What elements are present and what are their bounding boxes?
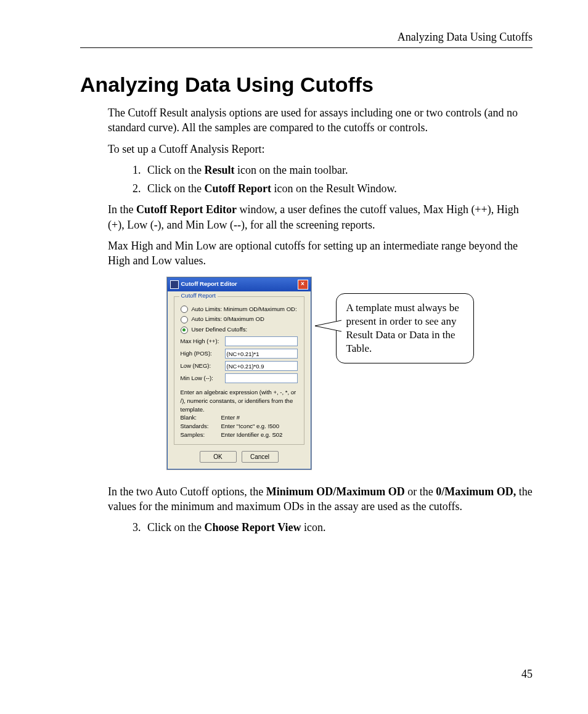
hint-key: Blank: [181,413,221,422]
auto-paragraph: In the two Auto Cutoff options, the Mini… [108,484,533,514]
label-min-low: Min Low (--): [181,375,221,383]
hint-top: Enter an algebraic expression (with +, -… [181,388,298,413]
page-title: Analyzing Data Using Cutoffs [80,73,533,97]
cancel-button[interactable]: Cancel [242,451,279,463]
step-text: Click on the [147,521,205,533]
input-high[interactable] [225,349,298,359]
radio-auto-min-max[interactable]: Auto Limits: Minimum OD/Maximum OD: [181,306,298,314]
cutoff-report-editor-dialog: Cutoff Report Editor × Cutoff Report Aut… [167,277,311,469]
radio-label: User Defined Cutoffs: [192,326,248,334]
hint-val: Enter # [221,413,240,422]
text: In the [108,203,136,216]
radio-label: Auto Limits: Minimum OD/Maximum OD: [192,306,297,314]
step-bold: Choose Report View [205,521,301,533]
radio-auto-zero-max[interactable]: Auto Limits: 0/Maximum OD [181,315,298,323]
dialog-titlebar[interactable]: Cutoff Report Editor × [168,278,311,291]
label-high: High (POS): [181,350,221,358]
step-2: Click on the Cutoff Report icon on the R… [144,181,533,196]
callout-note: A template must always be present in ord… [336,293,474,363]
hint-val: Enter Identifier e.g. S02 [221,431,283,439]
step-bold: Result [205,164,235,176]
radio-user-defined[interactable]: User Defined Cutoffs: [181,326,298,334]
callout-pointer-icon [314,317,342,335]
step-text: icon on the main toolbar. [235,164,348,176]
hint-key: Standards: [181,422,221,431]
page-number: 45 [521,668,533,681]
close-icon[interactable]: × [298,280,308,290]
step-3: Click on the Choose Report View icon. [144,520,533,535]
text-bold: Cutoff Report Editor [136,203,237,216]
text-bold: Minimum OD/Maximum OD [266,485,405,498]
running-header: Analyzing Data Using Cutoffs [80,31,533,48]
radio-icon[interactable] [181,327,188,334]
step-text: icon on the Result Window. [271,182,397,195]
cutoff-report-group: Cutoff Report Auto Limits: Minimum OD/Ma… [174,296,304,445]
step-text: icon. [301,521,325,533]
label-low: Low (NEG): [181,362,221,370]
step-text: Click on the [147,164,205,176]
editor-paragraph: In the Cutoff Report Editor window, a us… [108,202,533,232]
ok-button[interactable]: OK [200,451,237,463]
app-icon [170,280,179,289]
radio-icon[interactable] [181,306,188,313]
step-bold: Cutoff Report [205,182,271,195]
label-max-high: Max High (++): [181,338,221,346]
text: In the two Auto Cutoff options, the [108,485,266,498]
step-1: Click on the Result icon on the main too… [144,163,533,177]
radio-label: Auto Limits: 0/Maximum OD [192,315,264,323]
maxmin-paragraph: Max High and Min Low are optional cutoff… [108,238,533,269]
intro-paragraph: The Cutoff Result analysis options are u… [108,105,533,136]
input-low[interactable] [225,361,298,371]
setup-lead: To set up a Cutoff Analysis Report: [108,142,533,156]
step-text: Click on the [147,182,205,195]
hint-val: Enter "!conc" e.g. !500 [221,422,279,431]
radio-icon[interactable] [181,316,188,323]
input-min-low[interactable] [225,373,298,383]
input-max-high[interactable] [225,336,298,346]
text: or the [405,485,436,498]
text-bold: 0/Maximum OD, [436,485,516,498]
group-legend: Cutoff Report [179,292,218,300]
hint-key: Samples: [181,431,221,439]
dialog-title-text: Cutoff Report Editor [181,280,237,288]
hint-block: Enter an algebraic expression (with +, -… [181,388,298,439]
